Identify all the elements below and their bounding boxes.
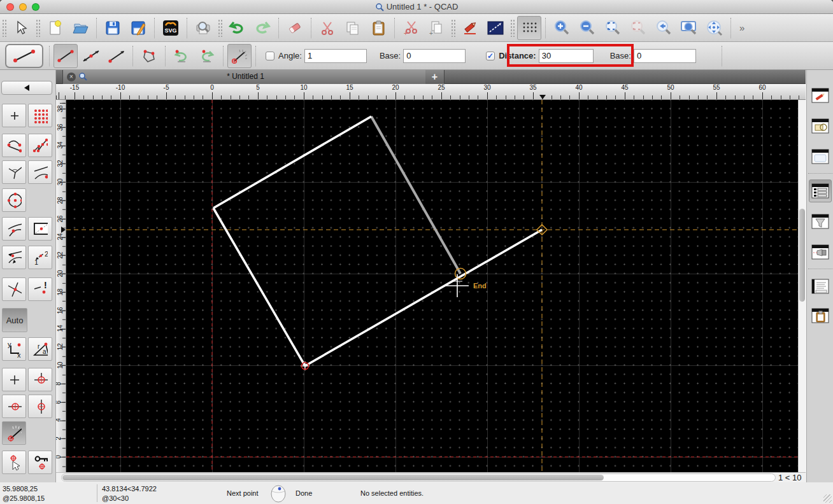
save-as-icon[interactable] (126, 16, 150, 40)
tangent-tool[interactable] (28, 160, 52, 184)
ruler-label: 28 (57, 197, 64, 204)
ruler-horizontal: -15-10-5051015202530354045505560 (56, 84, 806, 100)
toolbar-grip[interactable] (218, 19, 222, 37)
toolbar-separator (154, 18, 155, 38)
view-toggle-icon[interactable] (809, 241, 832, 263)
toolbar-grip[interactable] (2, 19, 6, 37)
base1-input[interactable] (403, 49, 466, 63)
circle-center-tool[interactable] (2, 188, 26, 212)
print-preview-icon[interactable] (191, 16, 215, 40)
selection-filter-icon[interactable] (809, 210, 832, 233)
angle-protractor-tool[interactable] (2, 421, 26, 445)
toolbar-separator (165, 46, 166, 66)
toolbar-grip[interactable] (510, 19, 515, 37)
vertical-scrollbar-thumb[interactable] (799, 209, 805, 302)
grid-toggle-icon[interactable] (517, 16, 541, 40)
toolbar-overflow-icon[interactable]: » (739, 22, 744, 33)
angle-snap-icon[interactable] (227, 44, 252, 68)
line-style-icon[interactable] (483, 16, 508, 40)
paste-icon[interactable] (366, 16, 390, 40)
undo-icon[interactable] (225, 16, 249, 40)
intersection-snap-tool[interactable] (2, 277, 26, 301)
line-two-points-icon[interactable] (53, 44, 78, 68)
new-tab-button[interactable]: + (425, 70, 445, 84)
redo-segment-icon[interactable] (195, 44, 219, 68)
block-list-icon[interactable] (809, 115, 832, 137)
clipboard-panel-icon[interactable] (809, 304, 832, 327)
palette-back-button[interactable] (1, 81, 52, 95)
horizontal-scrollbar[interactable] (61, 473, 776, 482)
hatch-tool[interactable] (28, 104, 52, 127)
cut-with-reference-icon[interactable]: + (399, 16, 423, 40)
snap-grid-tool[interactable] (2, 368, 26, 391)
previous-view-icon[interactable] (651, 16, 676, 40)
svg-text:+: + (404, 30, 408, 36)
save-icon[interactable] (101, 16, 125, 40)
ruler-label: 16 (57, 307, 64, 314)
viewport-icon[interactable] (809, 145, 832, 168)
ruler-position-marker-y (61, 227, 66, 233)
zoom-window-icon[interactable] (677, 16, 701, 40)
rectangle-reference-tool[interactable] (28, 217, 52, 241)
reference-point-marker (301, 361, 310, 370)
horizontal-scrollbar-thumb[interactable] (62, 475, 604, 480)
layer-list-icon[interactable] (809, 179, 832, 202)
left-click-hint: Next point (227, 489, 259, 497)
ray-icon[interactable] (104, 44, 129, 68)
distance-checkbox[interactable]: ✓ (486, 52, 495, 60)
corner-trim-tool[interactable] (2, 160, 26, 184)
snap-center-tool[interactable] (28, 368, 52, 391)
tool-options-toolbar: Angle: Base: ✓ Distance: Base: (0, 42, 833, 70)
undo-segment-icon[interactable] (169, 44, 194, 68)
polyline-points-tool[interactable] (28, 134, 52, 157)
new-file-icon[interactable] (43, 16, 67, 40)
property-editor-icon[interactable] (809, 84, 832, 107)
angle-label: Angle: (278, 51, 302, 60)
pan-icon[interactable] (702, 16, 727, 40)
modify-order-tool[interactable] (2, 246, 26, 269)
coordinate-polar-tool[interactable]: ra (28, 337, 52, 361)
current-tool-button[interactable] (5, 44, 43, 68)
snap-reference-tool[interactable] (28, 451, 52, 474)
from-1-to-2-tool[interactable]: 12 (28, 246, 52, 269)
auto-zoom-icon[interactable] (601, 16, 625, 40)
toolbar-grip[interactable] (36, 19, 40, 37)
command-line-icon[interactable] (809, 275, 832, 298)
toolbar-grip[interactable] (451, 19, 455, 37)
svg-text:y: y (8, 340, 11, 348)
delete-icon[interactable] (283, 16, 307, 40)
auto-snap-button[interactable]: Auto (2, 308, 27, 332)
copy-icon[interactable] (341, 16, 365, 40)
draw-pencil-icon[interactable] (458, 16, 482, 40)
ruler-label: 30 (57, 178, 64, 185)
zoom-in-icon[interactable] (550, 16, 574, 40)
snap-intersection-tool[interactable] (28, 395, 52, 418)
tab-untitled-1[interactable]: × * Untitled 1 (62, 70, 429, 84)
angle-input[interactable] (304, 49, 367, 63)
redo-icon[interactable] (250, 16, 274, 40)
distance-input[interactable] (539, 49, 594, 63)
point-tool[interactable] (2, 104, 26, 127)
snap-free-tool[interactable]: ! (28, 277, 52, 301)
zoom-out-icon[interactable] (575, 16, 599, 40)
base2-input[interactable] (634, 49, 696, 63)
pointer-icon[interactable] (9, 16, 33, 40)
resize-grip[interactable] (823, 494, 832, 503)
two-curves-tool[interactable] (2, 217, 26, 241)
infinite-line-icon[interactable] (79, 44, 103, 68)
snap-entity-tool[interactable] (2, 451, 26, 474)
spline-tool[interactable] (2, 134, 26, 157)
open-file-icon[interactable] (68, 16, 92, 40)
coordinate-xy-tool[interactable]: yx (2, 337, 26, 361)
base2-label: Base: (610, 51, 631, 60)
cut-icon[interactable] (315, 16, 339, 40)
snap-middle-tool[interactable] (2, 395, 26, 418)
angle-checkbox[interactable] (266, 52, 274, 60)
polyline-icon[interactable] (137, 44, 161, 68)
ruler-label: 8 (56, 382, 62, 386)
svg-export-icon[interactable]: SVG (159, 16, 183, 40)
drawing-canvas[interactable]: End (66, 100, 798, 472)
ruler-label: 38 (57, 105, 64, 112)
selection-status: No selected entities. (360, 489, 424, 497)
copy-with-reference-icon[interactable]: + (424, 16, 448, 40)
